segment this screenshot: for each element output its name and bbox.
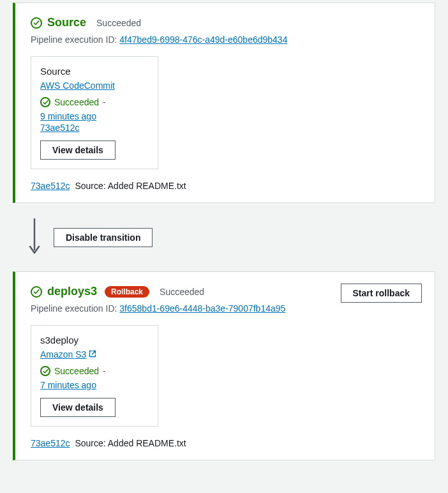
action-title: Source [40,66,149,77]
exec-id-row: Pipeline execution ID: 4f47bed9-6998-476… [15,34,435,56]
stage-name: deploys3 [47,285,97,298]
stage-actions: Start rollback [341,284,422,303]
view-details-button[interactable]: View details [40,398,116,417]
action-commit-link[interactable]: 73ae512c [40,123,80,133]
start-rollback-button[interactable]: Start rollback [341,284,422,303]
action-time-link[interactable]: 7 minutes ago [40,380,96,390]
check-circle-icon [40,97,50,107]
stage-name: Source [47,16,86,29]
stage-status: Succeeded [160,287,204,297]
action-provider-link[interactable]: Amazon S3 [40,349,96,360]
stage-footer: 73ae512c Source: Added README.txt [15,181,435,202]
action-card-s3deploy: s3deploy Amazon S3 Succeeded - 7 minutes… [31,325,158,427]
view-details-button[interactable]: View details [40,140,116,160]
check-circle-icon [40,366,50,376]
exec-id-link[interactable]: 4f47bed9-6998-476c-a49d-e60be6d9b434 [119,34,287,45]
footer-commit-link[interactable]: 73ae512c [31,181,70,191]
exec-id-label: Pipeline execution ID: [31,34,117,45]
footer-message: Source: Added README.txt [75,438,186,448]
dash: - [103,366,106,376]
stage-source: Source Succeeded Pipeline execution ID: … [13,3,435,203]
arrow-down-icon [28,217,41,257]
stage-header: Source Succeeded [15,3,435,34]
stage-status: Succeeded [96,18,141,28]
transition-section: Disable transition [0,206,448,269]
exec-id-row: Pipeline execution ID: 3f658bd1-69e6-444… [15,303,435,325]
action-card-source: Source AWS CodeCommit Succeeded - 9 minu… [31,56,158,169]
exec-id-label: Pipeline execution ID: [31,303,117,314]
action-status-row: Succeeded - 9 minutes ago [40,97,149,121]
external-link-icon [89,349,96,360]
footer-commit-link[interactable]: 73ae512c [31,438,70,448]
action-title: s3deploy [40,335,149,345]
action-status: Succeeded [54,366,99,376]
disable-transition-button[interactable]: Disable transition [54,228,153,247]
stage-footer: 73ae512c Source: Added README.txt [15,438,435,460]
check-circle-icon [31,17,42,29]
action-time-link[interactable]: 9 minutes ago [40,111,96,121]
check-circle-icon [31,286,42,298]
exec-id-link[interactable]: 3f658bd1-69e6-4448-ba3e-79007fb14a95 [119,303,285,314]
stage-deploys3: Start rollback deploys3 Rollback Succeed… [13,271,435,460]
action-status-row: Succeeded - 7 minutes ago [40,366,149,390]
footer-message: Source: Added README.txt [75,181,186,191]
action-status: Succeeded [54,97,99,107]
rollback-badge: Rollback [105,286,149,298]
dash: - [103,97,106,107]
provider-label: Amazon S3 [40,349,86,360]
action-provider-link[interactable]: AWS CodeCommit [40,80,115,91]
